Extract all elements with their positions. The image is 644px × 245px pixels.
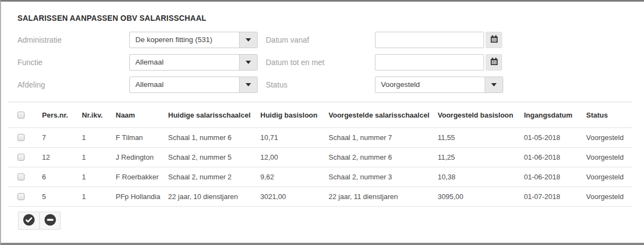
functie-label: Functie [17, 54, 43, 71]
cell-voorgesteld-loon: 10,38 [438, 167, 524, 187]
calendar-icon [490, 57, 498, 67]
table-row: 6 1 F Roerbakker Schaal 2, nummer 2 9,62… [8, 167, 633, 187]
cell-status: Voorgesteld [586, 187, 633, 207]
cell-naam: F Tilman [116, 128, 168, 148]
cell-ingangsdatum: 01-06-2018 [524, 167, 586, 187]
chevron-down-icon [485, 77, 503, 92]
datum-tot-label: Datum tot en met [266, 54, 324, 71]
approve-button[interactable] [19, 212, 39, 229]
afdeling-select-value: Allemaal [130, 77, 239, 92]
cell-naam: PFp Hollandia [116, 187, 168, 207]
page-title: SALARISSEN AANPASSEN OBV SALARISSCHAAL [17, 14, 206, 22]
row-actions [18, 212, 61, 230]
datum-tot-field [375, 54, 502, 71]
cell-huidig-loon: 10,71 [260, 128, 329, 148]
cell-status: Voorgesteld [586, 167, 633, 187]
cell-status: Voorgesteld [586, 128, 633, 148]
cell-nr-ikv: 1 [82, 187, 116, 207]
cell-huidige-cel: Schaal 2, nummer 2 [168, 167, 260, 187]
calendar-icon-button[interactable] [486, 54, 502, 71]
cell-ingangsdatum: 01-07-2018 [524, 187, 586, 207]
table-row: 7 1 F Tilman Schaal 1, nummer 6 10,71 Sc… [8, 128, 633, 148]
row-checkbox[interactable] [17, 173, 25, 180]
cell-ingangsdatum: 01-06-2018 [524, 148, 586, 167]
reject-button[interactable] [39, 212, 60, 229]
minus-circle-icon [44, 214, 56, 228]
table-row: 12 1 J Redington Schaal 2, nummer 5 12,0… [8, 148, 633, 167]
cell-huidige-cel: Schaal 1, nummer 6 [168, 128, 260, 148]
calendar-icon-button[interactable] [486, 32, 502, 48]
cell-voorgestelde-cel: 22 jaar, 11 dienstjaren [329, 187, 438, 207]
cell-pers-nr: 7 [42, 128, 82, 148]
table-header-row: Pers.nr. Nr.ikv. Naam Huidige salarissch… [8, 102, 633, 128]
cell-nr-ikv: 1 [82, 128, 116, 148]
col-huidige-salarisschaalcel: Huidige salarisschaalcel [168, 102, 260, 128]
salary-table: Pers.nr. Nr.ikv. Naam Huidige salarissch… [8, 102, 633, 207]
datum-vanaf-input[interactable] [375, 32, 484, 48]
calendar-icon [490, 35, 498, 45]
table-row: 5 1 PFp Hollandia 22 jaar, 10 dienstjare… [8, 187, 633, 207]
col-voorgestelde-salarisschaalcel: Voorgestelde salarisschaalcel [329, 102, 438, 128]
datum-tot-input[interactable] [375, 54, 484, 71]
cell-naam: J Redington [116, 148, 168, 167]
col-huidig-basisloon: Huidig basisloon [260, 102, 329, 128]
cell-ingangsdatum: 01-05-2018 [524, 128, 586, 148]
col-voorgesteld-basisloon: Voorgesteld basisloon [438, 102, 524, 128]
select-all-checkbox[interactable] [17, 112, 25, 119]
cell-huidige-cel: Schaal 2, nummer 5 [168, 148, 260, 167]
datum-vanaf-label: Datum vanaf [266, 32, 309, 48]
cell-nr-ikv: 1 [82, 167, 116, 187]
cell-voorgesteld-loon: 3095,00 [438, 187, 524, 207]
afdeling-label: Afdeling [17, 77, 45, 93]
functie-select-value: Allemaal [130, 55, 239, 70]
cell-voorgestelde-cel: Schaal 1, nummer 7 [329, 128, 438, 148]
col-status: Status [586, 102, 633, 128]
cell-huidig-loon: 9,62 [260, 167, 329, 187]
cell-voorgestelde-cel: Schaal 2, nummer 6 [329, 148, 438, 167]
cell-voorgesteld-loon: 11,55 [438, 128, 524, 148]
col-pers-nr: Pers.nr. [42, 102, 82, 128]
check-circle-icon [23, 214, 35, 228]
row-checkbox[interactable] [17, 154, 25, 161]
cell-huidige-cel: 22 jaar, 10 dienstjaren [168, 187, 260, 207]
chevron-down-icon [239, 77, 257, 92]
salary-adjust-window: SALARISSEN AANPASSEN OBV SALARISSCHAAL A… [0, 0, 644, 245]
row-checkbox[interactable] [17, 134, 25, 141]
cell-huidig-loon: 12,00 [260, 148, 329, 167]
col-naam: Naam [116, 102, 168, 128]
cell-status: Voorgesteld [586, 148, 633, 167]
cell-voorgestelde-cel: Schaal 2, nummer 3 [329, 167, 438, 187]
chevron-down-icon [239, 55, 257, 70]
administratie-select[interactable]: De koperen fitting (531) [129, 32, 258, 48]
cell-voorgesteld-loon: 11,25 [438, 148, 524, 167]
chevron-down-icon [239, 32, 257, 48]
row-checkbox[interactable] [17, 193, 25, 200]
cell-pers-nr: 5 [42, 187, 82, 207]
cell-pers-nr: 12 [42, 148, 82, 167]
datum-vanaf-field [375, 32, 502, 48]
cell-naam: F Roerbakker [116, 167, 168, 187]
cell-pers-nr: 6 [42, 167, 82, 187]
cell-huidig-loon: 3021,00 [260, 187, 329, 207]
afdeling-select[interactable]: Allemaal [129, 77, 258, 93]
status-label: Status [266, 77, 288, 93]
status-select-value: Voorgesteld [375, 77, 485, 92]
cell-nr-ikv: 1 [82, 148, 116, 167]
status-select[interactable]: Voorgesteld [375, 77, 503, 93]
administratie-label: Administratie [17, 32, 62, 48]
administratie-select-value: De koperen fitting (531) [130, 32, 239, 48]
col-nr-ikv: Nr.ikv. [82, 102, 116, 128]
col-ingangsdatum: Ingangsdatum [524, 102, 586, 128]
functie-select[interactable]: Allemaal [129, 54, 258, 71]
